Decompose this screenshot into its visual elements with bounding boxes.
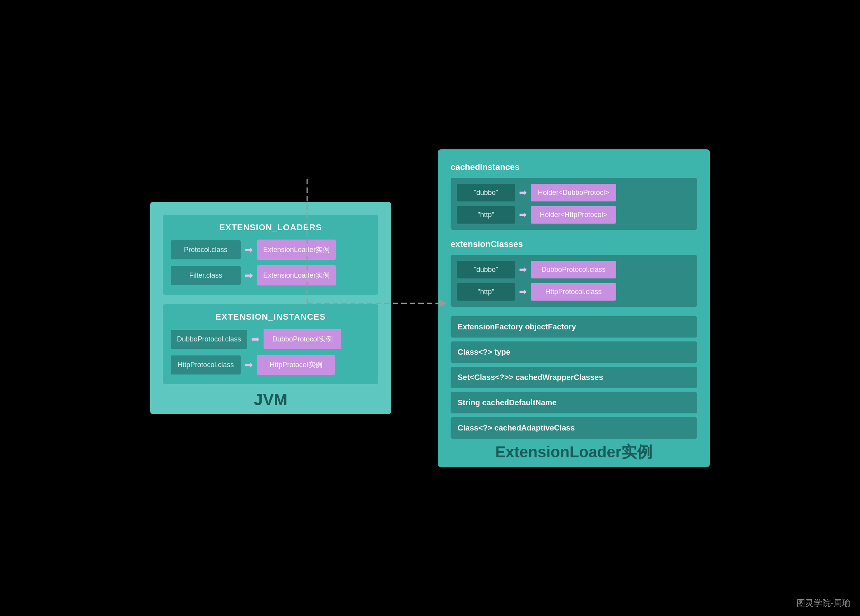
loader-key-1: Filter.class: [171, 266, 241, 285]
field-2: Set<Class<?>> cachedWrapperClasses: [451, 367, 697, 388]
ci-arrow-0: ➡: [519, 187, 527, 198]
ec-arrow-0: ➡: [519, 264, 527, 275]
ci-arrow-1: ➡: [519, 209, 527, 220]
ci-row-1: "http" ➡ Holder<HttpProtocol>: [457, 206, 691, 224]
extension-loader-instance-box: cachedInstances "dubbo" ➡ Holder<DubboPr…: [438, 149, 710, 467]
ci-key-1: "http": [457, 206, 515, 224]
loader-row-0: Protocol.class ➡ ExtensionLoader实例: [171, 240, 371, 260]
ec-row-0: "dubbo" ➡ DubboProtocol.class: [457, 261, 691, 278]
ci-key-0: "dubbo": [457, 184, 515, 201]
ec-value-0: DubboProtocol.class: [531, 261, 616, 278]
loader-row-1: Filter.class ➡ ExtensionLoader实例: [171, 265, 371, 285]
ci-value-0: Holder<DubboProtocl>: [531, 184, 616, 201]
instance-value-0: DubboProtocol实例: [264, 329, 341, 349]
jvm-box: EXTENSION_LOADERS Protocol.class ➡ Exten…: [150, 202, 391, 414]
ec-row-1: "http" ➡ HttpProtocol.class: [457, 283, 691, 301]
cached-instances-map: "dubbo" ➡ Holder<DubboProtocl> "http" ➡ …: [451, 178, 697, 230]
field-3: String cachedDefaultName: [451, 392, 697, 413]
extension-loader-instance-label: ExtensionLoader实例: [495, 441, 653, 463]
ec-arrow-1: ➡: [519, 286, 527, 297]
extension-instances-title: EXTENSION_INSTANCES: [171, 312, 371, 322]
instance-arrow-1: ➡: [245, 359, 253, 371]
loader-key-0: Protocol.class: [171, 240, 241, 259]
extension-classes-title: extensionClasses: [451, 239, 697, 249]
instance-key-0: DubboProtocol.class: [171, 330, 247, 349]
extension-classes-section: extensionClasses "dubbo" ➡ DubboProtocol…: [451, 239, 697, 307]
instance-value-1: HttpProtocol实例: [257, 355, 335, 375]
loader-arrow-1: ➡: [245, 270, 253, 282]
ec-key-0: "dubbo": [457, 261, 515, 278]
jvm-label: JVM: [254, 390, 287, 409]
watermark: 图灵学院-周瑜: [797, 597, 851, 609]
ec-key-1: "http": [457, 283, 515, 301]
instance-key-1: HttpProtocol.class: [171, 355, 241, 374]
cached-instances-title: cachedInstances: [451, 162, 697, 172]
cached-instances-section: cachedInstances "dubbo" ➡ Holder<DubboPr…: [451, 162, 697, 230]
extension-instances-box: EXTENSION_INSTANCES DubboProtocol.class …: [163, 304, 378, 384]
loader-arrow-0: ➡: [245, 244, 253, 256]
diagram-container: EXTENSION_LOADERS Protocol.class ➡ Exten…: [0, 0, 860, 616]
loader-value-1: ExtensionLoader实例: [257, 265, 336, 285]
extension-loaders-box: EXTENSION_LOADERS Protocol.class ➡ Exten…: [163, 215, 378, 295]
instance-row-0: DubboProtocol.class ➡ DubboProtocol实例: [171, 329, 371, 349]
field-0: ExtensionFactory objectFactory: [451, 316, 697, 338]
ci-value-1: Holder<HttpProtocol>: [531, 206, 616, 224]
field-1: Class<?> type: [451, 341, 697, 363]
instance-arrow-0: ➡: [251, 333, 260, 345]
extension-loaders-title: EXTENSION_LOADERS: [171, 222, 371, 233]
ec-value-1: HttpProtocol.class: [531, 283, 616, 301]
ci-row-0: "dubbo" ➡ Holder<DubboProtocl>: [457, 184, 691, 201]
loader-value-0: ExtensionLoader实例: [257, 240, 336, 260]
field-4: Class<?> cachedAdaptiveClass: [451, 417, 697, 439]
instance-row-1: HttpProtocol.class ➡ HttpProtocol实例: [171, 355, 371, 375]
extension-classes-map: "dubbo" ➡ DubboProtocol.class "http" ➡ H…: [451, 255, 697, 307]
